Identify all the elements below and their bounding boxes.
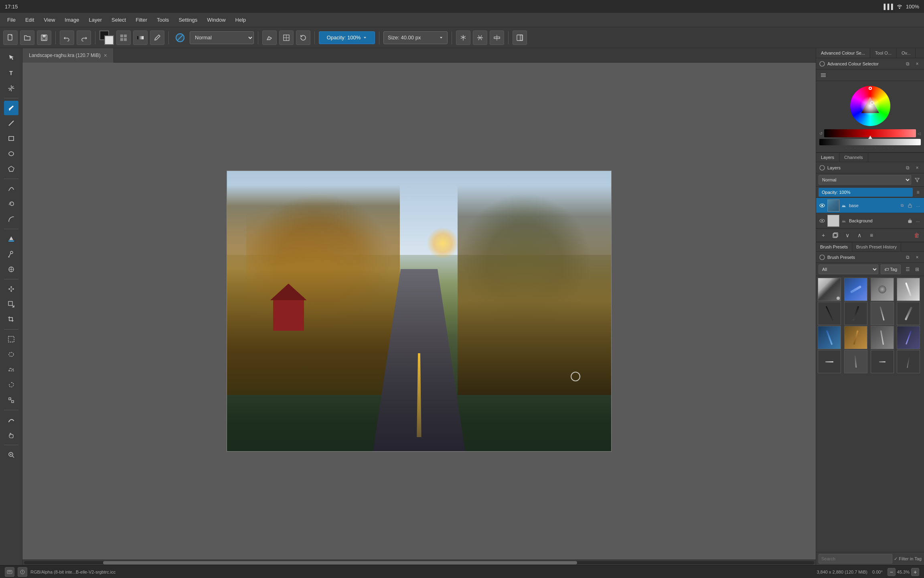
zoom-out-button[interactable]: − [888, 568, 896, 576]
colour-panel-float-button[interactable]: ⧉ [904, 60, 911, 67]
brush-float-button[interactable]: ⧉ [904, 254, 911, 261]
brush-item-15[interactable] [871, 350, 894, 373]
ellipse-tool[interactable] [4, 147, 18, 161]
layers-blend-mode[interactable]: Normal Multiply Screen [819, 175, 911, 185]
transform-tool[interactable] [4, 81, 18, 96]
text-tool[interactable]: T [4, 66, 18, 80]
scrollbar-thumb[interactable] [103, 561, 577, 564]
brush-item-9[interactable] [818, 326, 841, 349]
hand-tool[interactable] [4, 428, 18, 442]
blend-mode-select[interactable]: Normal Multiply Screen Overlay Darken Li… [190, 31, 254, 44]
menu-filter[interactable]: Filter [132, 15, 151, 24]
opacity-menu-button[interactable]: ≡ [914, 188, 922, 197]
tab-tool-options[interactable]: Tool O... [870, 48, 897, 58]
brush-list-view[interactable]: ☰ [903, 265, 912, 274]
contiguous-select-tool[interactable] [4, 362, 18, 377]
tab-channels[interactable]: Channels [839, 153, 868, 162]
colour-panel-close-button[interactable]: × [914, 60, 921, 67]
tab-brush-presets[interactable]: Brush Presets [816, 242, 852, 251]
layer-locked-icon[interactable] [906, 217, 914, 224]
rect-tool[interactable] [4, 131, 18, 146]
layer-row-background[interactable]: Background … [816, 213, 924, 228]
saturation-bar[interactable] [819, 139, 921, 145]
move-layer-down-button[interactable]: ∨ [843, 230, 852, 240]
patterns-button[interactable] [116, 31, 131, 45]
brush-settings-button[interactable] [150, 31, 164, 45]
menu-view[interactable]: View [40, 15, 59, 24]
horizontal-scrollbar[interactable] [22, 560, 816, 565]
layer-properties-button[interactable]: ≡ [867, 230, 876, 240]
brush-item-12[interactable] [897, 326, 920, 349]
move-layer-up-button[interactable]: ∧ [855, 230, 864, 240]
layers-filter-button[interactable] [913, 175, 922, 184]
colour-wheel-container[interactable] [850, 86, 890, 126]
layer-visibility-background[interactable] [819, 217, 826, 224]
brush-item-3[interactable] [871, 278, 894, 301]
redo-button[interactable] [77, 31, 91, 45]
tab-layers[interactable]: Layers [816, 153, 839, 162]
colour-wheel[interactable] [850, 86, 890, 126]
brush-item-16[interactable] [897, 350, 920, 373]
refresh-colour-button[interactable]: ↺ [819, 131, 823, 136]
painting-canvas[interactable] [227, 171, 612, 452]
colorcorrect-tool[interactable] [4, 262, 18, 277]
add-layer-button[interactable]: + [819, 230, 828, 240]
scrollbar-track[interactable] [24, 561, 814, 564]
menu-help[interactable]: Help [231, 15, 250, 24]
menu-select[interactable]: Select [107, 15, 130, 24]
mirror-v-button[interactable] [473, 31, 487, 45]
layer-settings-background[interactable]: … [914, 217, 922, 224]
gradient-button[interactable] [133, 31, 148, 45]
bezier-select-tool[interactable] [4, 393, 18, 407]
layer-settings-base[interactable]: … [914, 202, 922, 209]
erase-button[interactable] [262, 31, 277, 45]
layer-copy-base[interactable]: ⧉ [898, 202, 906, 209]
undo-button[interactable] [60, 31, 74, 45]
colour-triangle[interactable] [859, 95, 881, 117]
status-layers-button[interactable] [5, 567, 14, 577]
symmetry-button[interactable] [490, 31, 504, 45]
refresh-button[interactable] [296, 31, 310, 45]
colour-expand-button[interactable]: ◁ [918, 131, 921, 136]
move-tool[interactable] [4, 282, 18, 296]
pixel-grid-button[interactable] [279, 31, 294, 45]
brush-category-select[interactable]: All Basic Digital Pencils [819, 265, 878, 274]
docker-toggle-button[interactable] [513, 31, 527, 45]
colorpicker-tool[interactable] [4, 247, 18, 261]
menu-layer[interactable]: Layer [85, 15, 106, 24]
close-tab-button[interactable]: × [104, 52, 107, 59]
ellipse-select-tool[interactable] [4, 347, 18, 362]
resize-tool[interactable] [4, 297, 18, 311]
opacity-control[interactable]: Opacity: 100% [319, 31, 375, 44]
brush-tag-button[interactable]: 🏷 Tag [881, 265, 901, 274]
brush-item-13[interactable] [818, 350, 841, 373]
enclose-select-tool[interactable] [4, 332, 18, 346]
layers-close-button[interactable]: × [914, 164, 921, 171]
brush-grid-view[interactable]: ⊞ [913, 265, 922, 274]
tab-advanced-colour[interactable]: Advanced Colour Se... [816, 48, 870, 58]
brush-close-button[interactable]: × [914, 254, 921, 261]
lasso-tool[interactable] [4, 197, 18, 211]
size-control[interactable]: Size: 40.00 px [383, 31, 448, 44]
line-tool[interactable] [4, 116, 18, 130]
polygon-tool[interactable] [4, 162, 18, 176]
layer-row-base[interactable]: base ⧉ … [816, 198, 924, 213]
brush-item-2[interactable] [844, 278, 867, 301]
smudge-tool[interactable] [4, 413, 18, 427]
brush-search-input[interactable] [819, 554, 892, 564]
freehand-select-tool[interactable] [4, 378, 18, 392]
brush-item-10[interactable] [844, 326, 867, 349]
menu-window[interactable]: Window [203, 15, 229, 24]
zoom-in-button[interactable]: + [911, 568, 919, 576]
colour-settings-button[interactable] [819, 71, 827, 79]
menu-image[interactable]: Image [61, 15, 83, 24]
crop-tool[interactable] [4, 312, 18, 327]
canvas-tab[interactable]: Landscape-raghu.kra (120.7 MiB) × [22, 48, 114, 63]
zoom-tool[interactable] [4, 448, 18, 462]
brush-tool[interactable] [4, 101, 18, 115]
brush-item-1[interactable] [818, 278, 841, 301]
tab-brush-history[interactable]: Brush Preset History [852, 242, 901, 251]
brush-item-8[interactable] [897, 302, 920, 325]
tab-overview[interactable]: Ov... [897, 48, 916, 58]
layer-visibility-base[interactable] [819, 202, 826, 209]
